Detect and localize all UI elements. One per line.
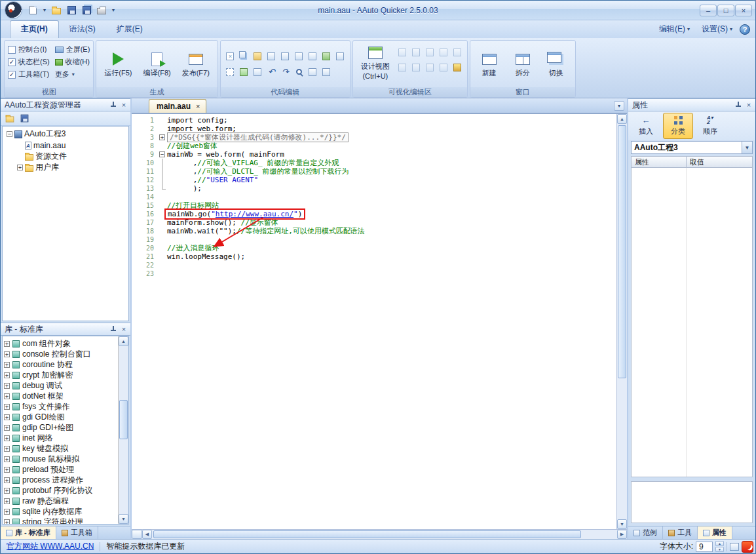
- editor-horizontal-scrollbar[interactable]: ◀ ▶: [132, 529, 627, 539]
- categorize-button[interactable]: 分类: [663, 113, 693, 139]
- publish-button[interactable]: 发布(F7): [178, 49, 214, 79]
- official-site-link[interactable]: 官方网站 WWW.AAU.CN: [1, 541, 100, 552]
- library-item[interactable]: +raw 静态编程: [4, 496, 118, 506]
- fold-expand-icon[interactable]: +: [159, 134, 165, 140]
- view-option-更多[interactable]: 更多▾: [55, 69, 90, 79]
- new-window-button[interactable]: 新建: [474, 49, 505, 79]
- expand-icon[interactable]: +: [4, 477, 10, 483]
- column-header-property[interactable]: 属性: [631, 156, 686, 168]
- expand-icon[interactable]: +: [4, 404, 10, 410]
- library-item[interactable]: +key 键盘模拟: [4, 443, 118, 454]
- design-view-button[interactable]: 设计视图 (Ctrl+U): [356, 43, 394, 82]
- document-tab-main[interactable]: main.aau ×: [149, 99, 206, 113]
- open-button[interactable]: [49, 3, 64, 18]
- settings-menu-button[interactable]: 设置(S) ▾: [697, 22, 737, 36]
- tab-syntax[interactable]: 语法(S): [59, 21, 106, 38]
- library-item[interactable]: +coroutine 协程: [4, 359, 118, 370]
- tree-item[interactable]: +用户库: [4, 162, 127, 173]
- tab-home[interactable]: 主页(H): [10, 20, 59, 38]
- pin-icon[interactable]: [109, 325, 118, 334]
- codeedit-goto-icon[interactable]: [320, 66, 333, 78]
- codeedit-undo-icon[interactable]: [265, 66, 278, 78]
- expand-icon[interactable]: +: [17, 165, 23, 170]
- codeedit-format-icon[interactable]: [265, 50, 278, 62]
- input-mode-icon[interactable]: [730, 543, 739, 551]
- designer-group-icon[interactable]: [424, 46, 436, 58]
- scrollbar-thumb[interactable]: [618, 125, 626, 378]
- scroll-up-icon[interactable]: ▲: [119, 336, 128, 346]
- expand-icon[interactable]: +: [4, 351, 10, 357]
- expand-icon[interactable]: +: [4, 393, 10, 399]
- codeedit-copy-icon[interactable]: [238, 50, 250, 62]
- help-button[interactable]: ?: [740, 24, 750, 35]
- run-button[interactable]: 运行(F5): [100, 49, 136, 79]
- tab-examples[interactable]: 范例: [628, 526, 663, 539]
- library-item[interactable]: +crypt 加密解密: [4, 370, 118, 380]
- designer-grid-icon[interactable]: [424, 61, 436, 73]
- designer-ungroup-icon[interactable]: [438, 46, 450, 58]
- designer-bring-front-icon[interactable]: [396, 46, 409, 58]
- codeedit-indent-increase-icon[interactable]: [293, 50, 305, 62]
- expand-icon[interactable]: +: [4, 509, 10, 515]
- library-item[interactable]: +mouse 鼠标模拟: [4, 454, 118, 464]
- tree-item[interactable]: 资源文件: [4, 151, 127, 162]
- library-item[interactable]: +inet 网络: [4, 433, 118, 443]
- expand-icon[interactable]: +: [4, 425, 10, 431]
- designer-align-left-icon[interactable]: [396, 61, 409, 73]
- library-item[interactable]: +process 进程操作: [4, 475, 118, 485]
- checkbox-icon[interactable]: [8, 46, 16, 54]
- library-scrollbar[interactable]: ▲ ▼: [118, 336, 128, 524]
- close-panel-icon[interactable]: ×: [744, 100, 753, 109]
- expand-icon[interactable]: +: [4, 456, 10, 462]
- edit-menu-button[interactable]: 编辑(E) ▾: [654, 22, 694, 36]
- maximize-button[interactable]: □: [717, 5, 734, 16]
- pin-icon[interactable]: [109, 100, 118, 109]
- scroll-right-icon[interactable]: ▶: [617, 530, 627, 539]
- new-file-dropdown[interactable]: ▾: [41, 3, 48, 18]
- library-item[interactable]: +sqlite 内存数据库: [4, 506, 118, 517]
- expand-icon[interactable]: +: [4, 383, 10, 389]
- library-item[interactable]: +preload 预处理: [4, 464, 118, 475]
- print-button[interactable]: [94, 3, 109, 18]
- expand-icon[interactable]: +: [4, 488, 10, 494]
- sort-button[interactable]: 顺序: [695, 113, 725, 139]
- font-size-value[interactable]: 9: [696, 542, 713, 552]
- designer-lock-icon[interactable]: [438, 61, 450, 73]
- tab-properties[interactable]: 属性: [698, 526, 732, 539]
- library-item[interactable]: +com 组件对象: [4, 338, 118, 349]
- checkbox-icon[interactable]: ✓: [8, 71, 16, 79]
- view-option-工具箱(T)[interactable]: ✓工具箱(T): [8, 69, 50, 79]
- collapse-icon[interactable]: −: [7, 131, 12, 137]
- close-tab-icon[interactable]: ×: [196, 102, 200, 110]
- font-size-down-icon[interactable]: ▼: [715, 547, 724, 552]
- library-item[interactable]: +console 控制台窗口: [4, 349, 118, 359]
- view-option-全屏(E)[interactable]: 全屏(E): [55, 45, 90, 54]
- library-item[interactable]: +gdip GDI+绘图: [4, 422, 118, 433]
- aauto-logo-icon[interactable]: [742, 541, 753, 553]
- expand-icon[interactable]: +: [4, 414, 10, 420]
- code-editor[interactable]: 1import config;2import web.form;3+/*DSG{…: [132, 114, 616, 529]
- properties-grid[interactable]: [631, 168, 753, 477]
- codeedit-redo-icon[interactable]: [279, 66, 292, 78]
- view-option-控制台(I)[interactable]: 控制台(I): [8, 45, 50, 54]
- tab-tools[interactable]: 工具: [663, 526, 698, 539]
- column-header-value[interactable]: 取值: [686, 156, 753, 168]
- codeedit-indent-decrease-icon[interactable]: [279, 50, 292, 62]
- codeedit-find-icon[interactable]: [293, 66, 305, 78]
- expand-icon[interactable]: +: [4, 435, 10, 441]
- codeedit-sort-icon[interactable]: [320, 50, 333, 62]
- font-size-up-icon[interactable]: ▲: [715, 541, 724, 546]
- new-file-button[interactable]: [26, 3, 40, 18]
- save-project-button[interactable]: [18, 113, 31, 125]
- codeedit-comment-icon[interactable]: [238, 66, 250, 78]
- minimize-button[interactable]: –: [700, 5, 717, 16]
- library-item[interactable]: +protobuf 序列化协议: [4, 485, 118, 496]
- scroll-down-icon[interactable]: ▼: [617, 519, 627, 529]
- library-item[interactable]: +fsys 文件操作: [4, 401, 118, 412]
- designer-more-icon[interactable]: [451, 46, 464, 58]
- expand-icon[interactable]: +: [4, 467, 10, 473]
- close-panel-icon[interactable]: ×: [119, 100, 128, 109]
- designer-align-top-icon[interactable]: [410, 61, 423, 73]
- save-all-button[interactable]: [79, 3, 94, 18]
- close-button[interactable]: ×: [735, 5, 752, 16]
